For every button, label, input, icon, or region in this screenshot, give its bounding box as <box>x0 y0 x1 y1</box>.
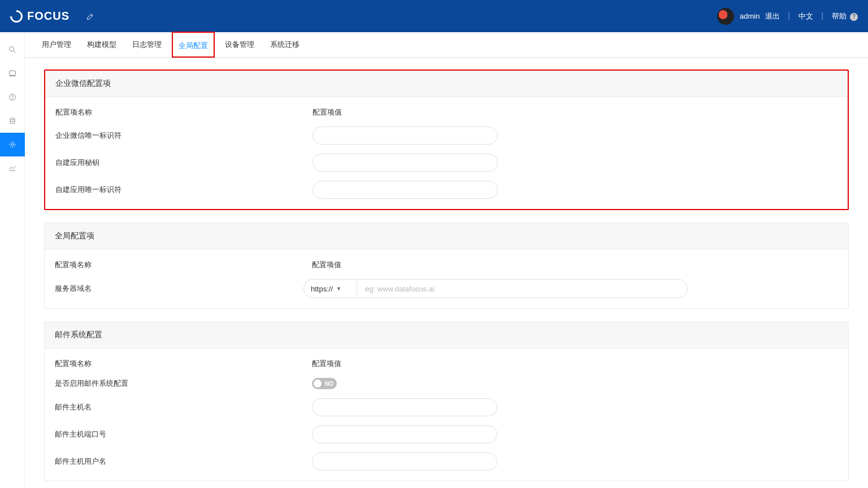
toggle-text: NO <box>325 381 333 387</box>
protocol-value: https:// <box>311 285 333 293</box>
svg-point-0 <box>9 47 14 51</box>
mail-host-label: 邮件主机名 <box>55 402 312 412</box>
col-name: 配置项名称 <box>55 359 312 369</box>
tab-global[interactable]: 全局配置 <box>172 32 215 58</box>
chevron-down-icon: ▼ <box>336 286 341 291</box>
protocol-select[interactable]: https:// ▼ <box>303 279 357 298</box>
logout-link[interactable]: 退出 <box>765 11 780 21</box>
toggle-knob <box>314 380 322 387</box>
panel-global: 全局配置项 配置项名称 配置项值 服务器域名 https:// ▼ <box>44 223 849 309</box>
panel-global-title: 全局配置项 <box>45 223 848 250</box>
tabs: 用户管理 构建模型 日志管理 全局配置 设备管理 系统迁移 <box>25 32 868 58</box>
svg-point-7 <box>11 143 14 146</box>
col-value: 配置项值 <box>312 359 838 369</box>
domain-label: 服务器域名 <box>55 284 303 294</box>
wecom-agentid-label: 自建应用唯一标识符 <box>55 185 313 195</box>
tab-device[interactable]: 设备管理 <box>219 32 260 58</box>
logo[interactable]: FOCUS <box>10 10 70 23</box>
wecom-secret-label: 自建应用秘钥 <box>55 158 313 168</box>
mail-user-label: 邮件主机用户名 <box>55 456 312 467</box>
divider: 丨 <box>819 11 826 21</box>
mail-enable-toggle[interactable]: NO <box>312 378 337 389</box>
svg-point-5 <box>12 98 12 99</box>
mail-port-label: 邮件主机端口号 <box>55 429 312 439</box>
sidebar-item-search[interactable] <box>0 38 25 62</box>
wecom-agentid-input[interactable] <box>313 181 498 199</box>
main: 用户管理 构建模型 日志管理 全局配置 设备管理 系统迁移 企业微信配置项 配置… <box>25 32 868 488</box>
divider: 丨 <box>785 11 793 21</box>
wecom-corpid-input[interactable] <box>313 127 498 145</box>
tab-log[interactable]: 日志管理 <box>127 32 167 58</box>
svg-point-6 <box>10 118 15 120</box>
col-value: 配置项值 <box>313 107 837 117</box>
panel-mail-title: 邮件系统配置 <box>45 322 848 348</box>
svg-rect-2 <box>9 71 15 75</box>
logo-icon <box>7 7 25 25</box>
col-value: 配置项值 <box>312 260 838 270</box>
sidebar-item-settings[interactable] <box>0 133 25 156</box>
panel-wecom-title: 企业微信配置项 <box>45 71 848 97</box>
panel-wecom: 企业微信配置项 配置项名称 配置项值 企业微信唯一标识符 自建应用秘钥 <box>44 69 849 210</box>
sidebar <box>0 32 25 488</box>
panel-mail: 邮件系统配置 配置项名称 配置项值 是否启用邮件系统配置 NO <box>44 321 849 481</box>
username[interactable]: admin <box>740 12 760 20</box>
sidebar-item-help[interactable] <box>0 85 25 109</box>
sidebar-item-analytics[interactable] <box>0 156 25 180</box>
col-name: 配置项名称 <box>55 260 312 270</box>
svg-line-1 <box>14 51 15 53</box>
tab-users[interactable]: 用户管理 <box>36 32 77 58</box>
topbar-right: admin 退出 丨 中文 丨 帮助 ? <box>717 8 858 25</box>
sidebar-item-data[interactable] <box>0 109 25 133</box>
avatar[interactable] <box>717 8 734 25</box>
content: 企业微信配置项 配置项名称 配置项值 企业微信唯一标识符 自建应用秘钥 <box>25 58 868 488</box>
language-switch[interactable]: 中文 <box>798 11 813 21</box>
mail-port-input[interactable] <box>312 425 497 443</box>
wecom-secret-input[interactable] <box>313 154 498 172</box>
domain-input[interactable] <box>357 279 688 298</box>
logo-text: FOCUS <box>27 10 70 23</box>
help-label: 帮助 <box>832 12 847 20</box>
wecom-corpid-label: 企业微信唯一标识符 <box>55 130 313 141</box>
help-link[interactable]: 帮助 ? <box>832 11 858 21</box>
help-badge-icon: ? <box>850 13 858 21</box>
col-name: 配置项名称 <box>55 107 313 117</box>
mail-enable-label: 是否启用邮件系统配置 <box>55 378 312 389</box>
topbar: FOCUS admin 退出 丨 中文 丨 帮助 ? <box>0 0 868 32</box>
tab-migrate[interactable]: 系统迁移 <box>264 32 305 58</box>
sidebar-item-dashboard[interactable] <box>0 62 25 85</box>
tab-model[interactable]: 构建模型 <box>81 32 122 58</box>
edit-icon[interactable] <box>82 8 99 25</box>
mail-host-input[interactable] <box>312 398 497 416</box>
mail-user-input[interactable] <box>312 452 497 470</box>
